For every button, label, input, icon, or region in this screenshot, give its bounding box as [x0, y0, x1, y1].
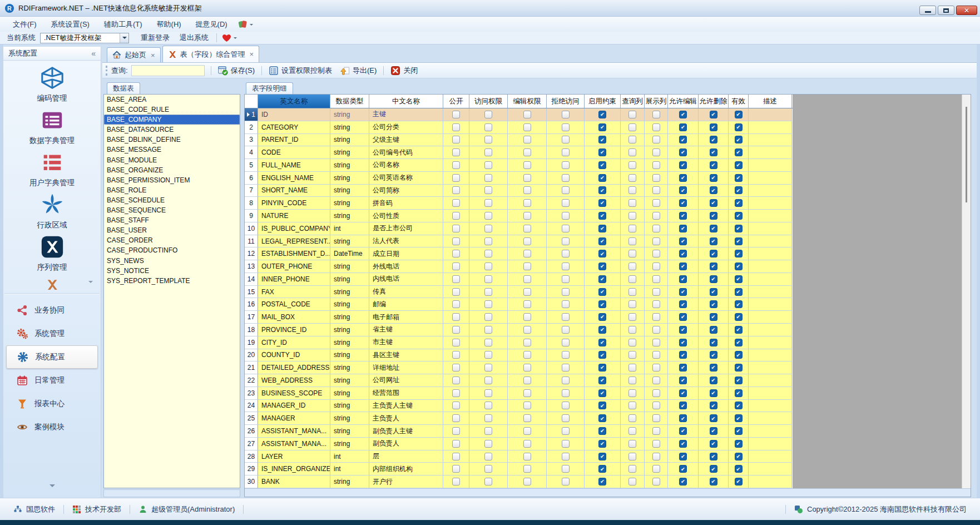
grid-row[interactable]: 10IS_PUBLIC_COMPANYint是否上市公司	[245, 222, 793, 235]
checkbox[interactable]	[652, 174, 660, 182]
checkbox[interactable]	[679, 364, 687, 372]
checkbox[interactable]	[523, 123, 531, 131]
checkbox[interactable]	[452, 313, 460, 321]
grid-row[interactable]: 20COUNTY_IDstring县区主键	[245, 349, 793, 362]
checkbox[interactable]	[679, 250, 687, 257]
checkbox[interactable]	[484, 465, 492, 473]
checkbox[interactable]	[679, 478, 687, 486]
checkbox[interactable]	[523, 478, 531, 486]
table-list-item[interactable]: BASE_ROLE	[104, 185, 240, 195]
checkbox[interactable]	[562, 161, 570, 169]
checkbox[interactable]	[679, 402, 687, 409]
checkbox[interactable]	[710, 199, 717, 207]
checkbox[interactable]	[452, 351, 460, 359]
sidebar-group-item[interactable]: 日常管理	[3, 369, 101, 392]
checkbox[interactable]	[598, 275, 606, 283]
checkbox[interactable]	[452, 300, 460, 308]
scrollbar-thumb[interactable]	[966, 107, 967, 202]
tab-close-icon[interactable]: ×	[250, 51, 254, 58]
checkbox[interactable]	[652, 339, 660, 346]
checkbox[interactable]	[598, 288, 606, 296]
checkbox[interactable]	[679, 237, 687, 245]
checkbox[interactable]	[628, 136, 636, 143]
grid-row[interactable]: 5FULL_NAMEstring公司名称	[245, 159, 793, 172]
checkbox[interactable]	[562, 427, 570, 435]
checkbox[interactable]	[562, 402, 570, 409]
checkbox[interactable]	[484, 427, 492, 435]
checkbox[interactable]	[523, 275, 531, 283]
column-header[interactable]: 拒绝访问	[547, 95, 585, 108]
checkbox[interactable]	[523, 174, 531, 182]
exit-system-button[interactable]: 退出系统	[175, 33, 214, 43]
checkbox[interactable]	[679, 174, 687, 182]
checkbox[interactable]	[523, 225, 531, 232]
table-list-item[interactable]: BASE_CODE_RULE	[104, 105, 240, 115]
checkbox[interactable]	[735, 300, 743, 308]
checkbox[interactable]	[598, 478, 606, 486]
checkbox[interactable]	[562, 465, 570, 473]
checkbox[interactable]	[628, 364, 636, 372]
checkbox[interactable]	[452, 250, 460, 257]
checkbox[interactable]	[735, 250, 743, 257]
checkbox[interactable]	[679, 123, 687, 131]
sidebar-group-item[interactable]: 案例模块	[3, 415, 101, 439]
sidebar-group-item[interactable]: 报表中心	[3, 392, 101, 415]
checkbox[interactable]	[710, 250, 717, 257]
action-button[interactable]: 导出(E)	[336, 64, 380, 77]
grid-row[interactable]: 12ESTABLISHMENT_D...DateTime成立日期	[245, 247, 793, 260]
checkbox[interactable]	[679, 288, 687, 296]
checkbox[interactable]	[523, 186, 531, 194]
grid-row[interactable]: 16POSTAL_CODEstring邮编	[245, 298, 793, 311]
checkbox[interactable]	[484, 364, 492, 372]
checkbox[interactable]	[452, 453, 460, 460]
checkbox[interactable]	[562, 123, 570, 131]
toolbar-drag-handle[interactable]	[106, 66, 108, 76]
checkbox[interactable]	[562, 111, 570, 118]
checkbox[interactable]	[523, 377, 531, 384]
checkbox[interactable]	[628, 339, 636, 346]
checkbox[interactable]	[484, 326, 492, 334]
checkbox[interactable]	[562, 186, 570, 194]
grid-row[interactable]: 25MANAGERstring主负责人	[245, 412, 793, 425]
checkbox[interactable]	[710, 136, 717, 143]
checkbox[interactable]	[710, 237, 717, 245]
action-button[interactable]: 设置权限控制表	[265, 64, 336, 77]
table-list-item[interactable]: BASE_DATASOURCE	[104, 125, 240, 135]
checkbox[interactable]	[598, 453, 606, 460]
checkbox[interactable]	[735, 440, 743, 448]
grid-row[interactable]: 17MAIL_BOXstring电子邮箱	[245, 311, 793, 324]
checkbox[interactable]	[652, 225, 660, 232]
table-list-item[interactable]: SYS_NEWS	[104, 256, 240, 266]
checkbox[interactable]	[562, 377, 570, 384]
checkbox[interactable]	[452, 262, 460, 270]
checkbox[interactable]	[710, 402, 717, 409]
checkbox[interactable]	[735, 136, 743, 143]
checkbox[interactable]	[628, 148, 636, 156]
checkbox[interactable]	[523, 402, 531, 409]
checkbox[interactable]	[523, 453, 531, 460]
checkbox[interactable]	[628, 326, 636, 334]
list-horizontal-scrollbar[interactable]	[103, 489, 240, 497]
close-button[interactable]: ✕	[956, 6, 977, 15]
checkbox[interactable]	[628, 465, 636, 473]
checkbox[interactable]	[598, 148, 606, 156]
checkbox[interactable]	[598, 136, 606, 143]
checkbox[interactable]	[562, 136, 570, 143]
table-list-item[interactable]: CASE_PRODUCTINFO	[104, 245, 240, 255]
sidebar-module-item[interactable]: 序列管理	[3, 234, 101, 276]
checkbox[interactable]	[710, 212, 717, 220]
checkbox[interactable]	[652, 111, 660, 118]
checkbox[interactable]	[484, 414, 492, 422]
grid-row[interactable]: 6ENGLISH_NAMEstring公司英语名称	[245, 172, 793, 185]
checkbox[interactable]	[484, 453, 492, 460]
checkbox[interactable]	[562, 174, 570, 182]
checkbox[interactable]	[710, 326, 717, 334]
table-list-item[interactable]: BASE_STAFF	[104, 215, 240, 225]
checkbox[interactable]	[562, 453, 570, 460]
checkbox[interactable]	[735, 288, 743, 296]
checkbox[interactable]	[679, 148, 687, 156]
checkbox[interactable]	[735, 262, 743, 270]
column-header[interactable]: 允许删除	[699, 95, 729, 108]
checkbox[interactable]	[452, 237, 460, 245]
action-button[interactable]: 保存(S)	[214, 64, 259, 77]
